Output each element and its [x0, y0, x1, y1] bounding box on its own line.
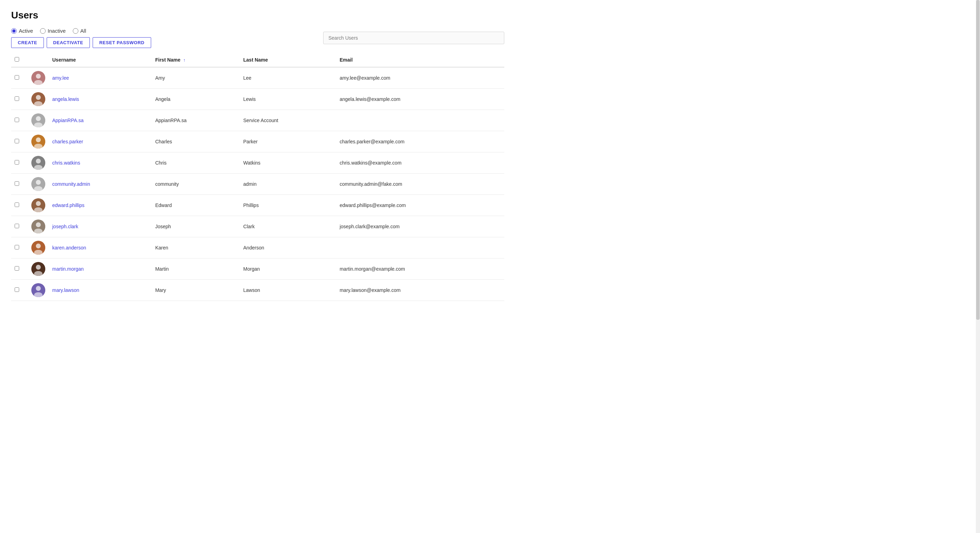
lastname-col-header[interactable]: Last Name — [240, 53, 336, 67]
email-cell: mary.lawson@example.com — [336, 280, 504, 301]
username-link[interactable]: angela.lewis — [52, 96, 79, 102]
avatar-cell — [28, 67, 49, 89]
scrollbar-thumb[interactable] — [976, 0, 980, 311]
reset-password-button[interactable]: RESET PASSWORD — [93, 37, 151, 48]
avatar — [31, 198, 45, 212]
row-checkbox[interactable] — [14, 266, 19, 271]
table-row: amy.lee Amy Lee amy.lee@example.com — [11, 67, 504, 89]
lastname-cell: Lewis — [240, 89, 336, 110]
row-checkbox[interactable] — [14, 203, 19, 207]
username-link[interactable]: charles.parker — [52, 139, 83, 144]
row-checkbox-cell — [11, 216, 28, 237]
row-checkbox-cell — [11, 131, 28, 152]
row-checkbox[interactable] — [14, 75, 19, 80]
avatar-col-header — [28, 53, 49, 67]
svg-point-4 — [36, 95, 41, 100]
username-cell: charles.parker — [49, 131, 152, 152]
username-cell: martin.morgan — [49, 259, 152, 280]
lastname-cell: admin — [240, 174, 336, 195]
username-col-header[interactable]: Username — [49, 53, 152, 67]
firstname-cell: community — [152, 174, 240, 195]
create-button[interactable]: CREATE — [11, 37, 44, 48]
select-all-checkbox[interactable] — [14, 57, 19, 62]
row-checkbox[interactable] — [14, 287, 19, 292]
table-row: martin.morgan Martin Morgan martin.morga… — [11, 259, 504, 280]
scrollbar[interactable] — [976, 0, 980, 311]
username-cell: edward.phillips — [49, 195, 152, 216]
svg-point-7 — [36, 116, 41, 121]
table-row: edward.phillips Edward Phillips edward.p… — [11, 195, 504, 216]
email-cell: martin.morgan@example.com — [336, 259, 504, 280]
row-checkbox-cell — [11, 280, 28, 301]
username-cell: mary.lawson — [49, 280, 152, 301]
username-link[interactable]: amy.lee — [52, 75, 69, 81]
lastname-cell: Morgan — [240, 259, 336, 280]
row-checkbox[interactable] — [14, 224, 19, 228]
row-checkbox[interactable] — [14, 181, 19, 186]
table-row: angela.lewis Angela Lewis angela.lewis@e… — [11, 89, 504, 110]
lastname-cell: Watkins — [240, 152, 336, 174]
lastname-cell: Lee — [240, 67, 336, 89]
firstname-col-header[interactable]: First Name ↑ — [152, 53, 240, 67]
email-col-header[interactable]: Email — [336, 53, 504, 67]
email-cell: edward.phillips@example.com — [336, 195, 504, 216]
avatar — [31, 71, 45, 85]
avatar-cell — [28, 237, 49, 259]
email-cell — [336, 110, 504, 131]
filter-radio-group: Active Inactive All — [11, 28, 151, 34]
avatar — [31, 92, 45, 106]
filter-all[interactable]: All — [73, 28, 86, 34]
table-row: charles.parker Charles Parker charles.pa… — [11, 131, 504, 152]
row-checkbox[interactable] — [14, 245, 19, 249]
svg-point-25 — [36, 244, 41, 248]
row-checkbox[interactable] — [14, 117, 19, 122]
row-checkbox[interactable] — [14, 139, 19, 143]
firstname-cell: Amy — [152, 67, 240, 89]
email-cell: joseph.clark@example.com — [336, 216, 504, 237]
username-cell: joseph.clark — [49, 216, 152, 237]
action-buttons: CREATE DEACTIVATE RESET PASSWORD — [11, 37, 151, 48]
username-cell: amy.lee — [49, 67, 152, 89]
lastname-cell: Anderson — [240, 237, 336, 259]
table-row: community.admin community admin communit… — [11, 174, 504, 195]
username-link[interactable]: karen.anderson — [52, 245, 86, 251]
username-link[interactable]: edward.phillips — [52, 203, 84, 208]
avatar-cell — [28, 216, 49, 237]
row-checkbox-cell — [11, 237, 28, 259]
username-link[interactable]: martin.morgan — [52, 266, 84, 272]
username-link[interactable]: chris.watkins — [52, 160, 80, 166]
firstname-cell: Edward — [152, 195, 240, 216]
row-checkbox-cell — [11, 174, 28, 195]
table-row: chris.watkins Chris Watkins chris.watkin… — [11, 152, 504, 174]
firstname-cell: Mary — [152, 280, 240, 301]
avatar — [31, 156, 45, 170]
username-link[interactable]: mary.lawson — [52, 287, 80, 293]
row-checkbox-cell — [11, 67, 28, 89]
search-input[interactable] — [323, 32, 504, 44]
avatar-cell — [28, 110, 49, 131]
firstname-cell: AppianRPA.sa — [152, 110, 240, 131]
svg-point-22 — [36, 222, 41, 227]
deactivate-button[interactable]: DEACTIVATE — [47, 37, 90, 48]
firstname-cell: Joseph — [152, 216, 240, 237]
username-link[interactable]: joseph.clark — [52, 224, 78, 229]
email-cell: chris.watkins@example.com — [336, 152, 504, 174]
filter-inactive[interactable]: Inactive — [40, 28, 66, 34]
avatar — [31, 177, 45, 191]
username-link[interactable]: community.admin — [52, 181, 90, 187]
username-cell: karen.anderson — [49, 237, 152, 259]
avatar-cell — [28, 174, 49, 195]
row-checkbox[interactable] — [14, 96, 19, 101]
email-cell: charles.parker@example.com — [336, 131, 504, 152]
firstname-cell: Chris — [152, 152, 240, 174]
firstname-cell: Karen — [152, 237, 240, 259]
username-link[interactable]: AppianRPA.sa — [52, 117, 84, 123]
avatar — [31, 113, 45, 127]
row-checkbox[interactable] — [14, 160, 19, 165]
filter-active[interactable]: Active — [11, 28, 33, 34]
avatar — [31, 262, 45, 276]
sort-asc-icon: ↑ — [183, 57, 186, 63]
lastname-cell: Service Account — [240, 110, 336, 131]
username-cell: angela.lewis — [49, 89, 152, 110]
email-cell — [336, 237, 504, 259]
